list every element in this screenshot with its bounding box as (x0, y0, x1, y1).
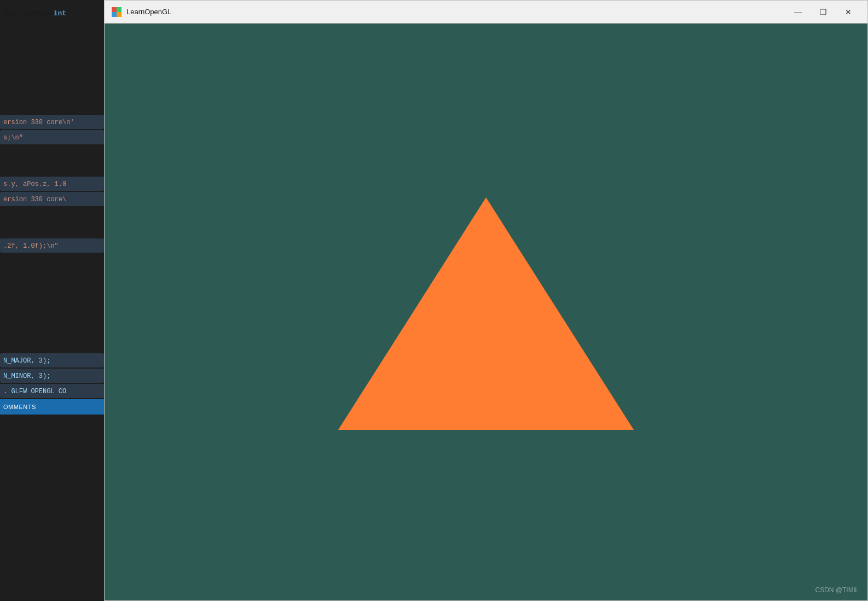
comments-bar: OMMENTS (0, 399, 104, 415)
code-keyword-int: int (54, 9, 66, 17)
code-text-major: N_MAJOR, 3); (3, 357, 50, 365)
code-block-major: N_MAJOR, 3); (0, 353, 104, 367)
code-text-version2: ersion 330 core\ (3, 196, 66, 203)
svg-rect-0 (112, 7, 117, 12)
svg-rect-1 (117, 7, 121, 12)
code-text-color: .2f, 1.0f);\n" (3, 242, 59, 250)
code-empty-2 (0, 145, 104, 176)
svg-rect-3 (117, 12, 121, 17)
code-empty-1 (0, 26, 104, 114)
code-text-glfw: . GLFW OPENGL CO (3, 388, 66, 395)
watermark: CSDN @TIMiL (815, 585, 859, 595)
close-button[interactable]: ✕ (836, 3, 861, 21)
code-block-glfw: . GLFW OPENGL CO (0, 384, 104, 398)
comments-label: OMMENTS (3, 404, 36, 410)
window-controls: — ❐ ✕ (785, 3, 861, 21)
code-block-version2: ersion 330 core\ (0, 192, 104, 206)
app-icon-svg (112, 7, 121, 17)
code-empty-3 (0, 207, 104, 237)
window-title: LearnOpenGL (126, 8, 785, 16)
window-titlebar: LearnOpenGL — ❐ ✕ (105, 1, 867, 24)
code-block-vs: s;\n" (0, 130, 104, 144)
triangle-polygon (338, 197, 634, 430)
opengl-window-icon (111, 7, 122, 17)
code-block-pos: s.y, aPos.z, 1.0 (0, 177, 104, 191)
code-empty-4 (0, 254, 104, 352)
code-text-pos: s.y, aPos.z, 1.0 (3, 180, 66, 188)
code-editor-panel: dow* window, int ersion 330 core\n' s;\n… (0, 0, 104, 601)
code-text-vs: s;\n" (3, 134, 23, 142)
code-line-top: dow* window, int (0, 0, 104, 26)
svg-rect-2 (112, 12, 117, 17)
triangle-svg (335, 192, 636, 433)
opengl-window: LearnOpenGL — ❐ ✕ CSDN @TIMiL (104, 0, 868, 601)
code-block-version: ersion 330 core\n' (0, 115, 104, 129)
maximize-button[interactable]: ❐ (811, 3, 836, 21)
opengl-canvas: CSDN @TIMiL (105, 24, 867, 600)
code-block-color: .2f, 1.0f);\n" (0, 238, 104, 253)
minimize-button[interactable]: — (785, 3, 811, 21)
code-line-dow: dow* window, (2, 9, 54, 17)
code-text-version: ersion 330 core\n' (3, 119, 74, 126)
code-block-minor: N_MINOR, 3); (0, 369, 104, 383)
watermark-text: CSDN @TIMiL (815, 586, 859, 594)
code-text-minor: N_MINOR, 3); (3, 372, 50, 380)
